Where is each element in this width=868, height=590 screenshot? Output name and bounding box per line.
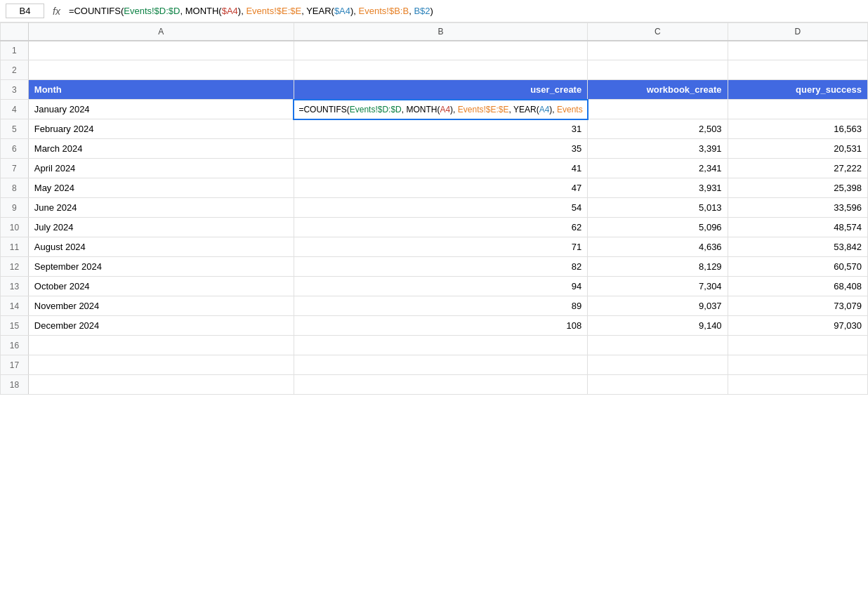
row-number: 10 — [1, 218, 29, 237]
cell-b5[interactable]: 31 — [294, 119, 587, 139]
row-number: 2 — [1, 60, 29, 80]
cell-b7[interactable]: 41 — [294, 159, 587, 178]
col-header-a[interactable]: A — [28, 23, 294, 41]
cell-d17[interactable] — [728, 355, 867, 375]
cell-d15[interactable]: 97,030 — [728, 316, 867, 336]
cell-c6[interactable]: 3,391 — [588, 139, 728, 159]
header-month[interactable]: Month — [28, 80, 294, 100]
cell-a11[interactable]: August 2024 — [28, 237, 294, 257]
cell-d13[interactable]: 68,408 — [728, 277, 867, 296]
cell-a18[interactable] — [28, 375, 294, 395]
cell-d11[interactable]: 53,842 — [728, 237, 867, 257]
cell-a4[interactable]: January 2024 — [28, 100, 294, 119]
cell-d8[interactable]: 25,398 — [728, 178, 867, 198]
cell-a9[interactable]: June 2024 — [28, 198, 294, 218]
cell-c7[interactable]: 2,341 — [588, 159, 728, 178]
table-row: 4 January 2024 =COUNTIFS(Events!$D:$D, M… — [1, 100, 868, 119]
row-number: 4 — [1, 100, 29, 119]
cell-c16[interactable] — [588, 336, 728, 355]
cell-c18[interactable] — [588, 375, 728, 395]
cell-d5[interactable]: 16,563 — [728, 119, 867, 139]
cell-a17[interactable] — [28, 355, 294, 375]
cell-d10[interactable]: 48,574 — [728, 218, 867, 237]
cell-a10[interactable]: July 2024 — [28, 218, 294, 237]
header-workbook-create[interactable]: workbook_create — [588, 80, 728, 100]
cell-a16[interactable] — [28, 336, 294, 355]
cell-a5[interactable]: February 2024 — [28, 119, 294, 139]
cell-b10[interactable]: 62 — [294, 218, 587, 237]
header-row: 3 Month user_create workbook_create quer… — [1, 80, 868, 100]
table-row: 16 — [1, 336, 868, 355]
cell-c1[interactable] — [588, 41, 728, 60]
col-header-c[interactable]: C — [588, 23, 728, 41]
cell-b13[interactable]: 94 — [294, 277, 587, 296]
cell-c11[interactable]: 4,636 — [588, 237, 728, 257]
cell-d7[interactable]: 27,222 — [728, 159, 867, 178]
cell-c4[interactable] — [588, 100, 728, 119]
row-number: 15 — [1, 316, 29, 336]
cell-c10[interactable]: 5,096 — [588, 218, 728, 237]
formula-text: =COUNTIFS(Events!$D:$D, MONTH($A4), Even… — [69, 6, 862, 16]
cell-b12[interactable]: 82 — [294, 257, 587, 277]
cell-a7[interactable]: April 2024 — [28, 159, 294, 178]
cell-a6[interactable]: March 2024 — [28, 139, 294, 159]
row-number: 3 — [1, 80, 29, 100]
cell-b4[interactable]: =COUNTIFS(Events!$D:$D, MONTH(A4), Event… — [294, 100, 587, 119]
cell-reference[interactable]: B4 — [6, 4, 44, 18]
cell-d6[interactable]: 20,531 — [728, 139, 867, 159]
cell-d16[interactable] — [728, 336, 867, 355]
cell-b15[interactable]: 108 — [294, 316, 587, 336]
cell-c9[interactable]: 5,013 — [588, 198, 728, 218]
cell-b8[interactable]: 47 — [294, 178, 587, 198]
cell-d18[interactable] — [728, 375, 867, 395]
cell-b2[interactable] — [294, 60, 587, 80]
cell-b9[interactable]: 54 — [294, 198, 587, 218]
cell-b17[interactable] — [294, 355, 587, 375]
cell-a14[interactable]: November 2024 — [28, 296, 294, 316]
cell-b18[interactable] — [294, 375, 587, 395]
cell-d2[interactable] — [728, 60, 867, 80]
row-number: 6 — [1, 139, 29, 159]
header-user-create[interactable]: user_create — [294, 80, 587, 100]
header-query-success[interactable]: query_success — [728, 80, 867, 100]
cell-d9[interactable]: 33,596 — [728, 198, 867, 218]
cell-c5[interactable]: 2,503 — [588, 119, 728, 139]
cell-a15[interactable]: December 2024 — [28, 316, 294, 336]
cell-b16[interactable] — [294, 336, 587, 355]
cell-d1[interactable] — [728, 41, 867, 60]
cell-a8[interactable]: May 2024 — [28, 178, 294, 198]
cell-b6[interactable]: 35 — [294, 139, 587, 159]
cell-a1[interactable] — [28, 41, 294, 60]
cell-b14[interactable]: 89 — [294, 296, 587, 316]
formula-bar: B4 fx =COUNTIFS(Events!$D:$D, MONTH($A4)… — [0, 0, 868, 22]
cell-c12[interactable]: 8,129 — [588, 257, 728, 277]
row-number: 13 — [1, 277, 29, 296]
cell-c2[interactable] — [588, 60, 728, 80]
row-number: 7 — [1, 159, 29, 178]
cell-b1[interactable] — [294, 41, 587, 60]
cell-b11[interactable]: 71 — [294, 237, 587, 257]
cell-c15[interactable]: 9,140 — [588, 316, 728, 336]
table-row: 18 — [1, 375, 868, 395]
row-number: 1 — [1, 41, 29, 60]
row-number: 11 — [1, 237, 29, 257]
table-row: 1 — [1, 41, 868, 60]
cell-c14[interactable]: 9,037 — [588, 296, 728, 316]
row-number: 16 — [1, 336, 29, 355]
cell-c8[interactable]: 3,931 — [588, 178, 728, 198]
cell-d12[interactable]: 60,570 — [728, 257, 867, 277]
cell-a13[interactable]: October 2024 — [28, 277, 294, 296]
col-header-b[interactable]: B — [294, 23, 587, 41]
cell-a12[interactable]: September 2024 — [28, 257, 294, 277]
cell-d14[interactable]: 73,079 — [728, 296, 867, 316]
cell-a2[interactable] — [28, 60, 294, 80]
table-row: 10 July 2024 62 5,096 48,574 — [1, 218, 868, 237]
table-row: 17 — [1, 355, 868, 375]
cell-c17[interactable] — [588, 355, 728, 375]
cell-d4[interactable] — [728, 100, 867, 119]
col-header-d[interactable]: D — [728, 23, 867, 41]
row-number: 8 — [1, 178, 29, 198]
corner-cell — [1, 23, 29, 41]
cell-c13[interactable]: 7,304 — [588, 277, 728, 296]
table-row: 11 August 2024 71 4,636 53,842 — [1, 237, 868, 257]
